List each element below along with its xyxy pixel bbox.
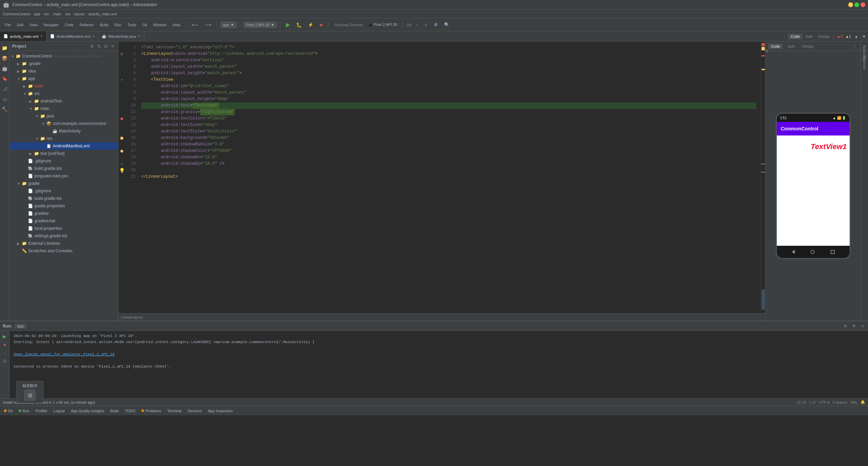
tree-item-res[interactable]: ▼ 📁 res	[10, 135, 118, 142]
tree-item-gradlew[interactable]: ▶ 📄 gradlew	[10, 210, 118, 217]
refactor-menu[interactable]: Refactor	[78, 22, 96, 28]
error-indicator-yellow[interactable]	[761, 47, 765, 50]
debug-btn[interactable]: 🐛	[294, 21, 304, 28]
tab-close-btn3[interactable]: ✕	[138, 34, 141, 38]
logcat-tool-btn[interactable]: Logcat	[51, 408, 67, 414]
profile-btn[interactable]: ⚡	[306, 21, 315, 28]
tree-item-settings[interactable]: ▶ 🐘 settings.gradle.kts	[10, 232, 118, 240]
todo-tool-btn[interactable]: TODO	[122, 408, 138, 414]
status-encoding[interactable]: UTF-8	[819, 400, 830, 404]
tree-item-idea[interactable]: ▶ 📁 idea	[10, 67, 118, 75]
back-nav-btn[interactable]: ⟵	[190, 21, 200, 28]
git-pull-btn[interactable]: ✓	[422, 22, 430, 28]
run-logcat-link[interactable]: Open_logcat_panel_for_emulator_Pixel_2_A…	[14, 351, 864, 357]
run-config-label[interactable]: app	[15, 324, 26, 328]
tree-item-androidmanifest[interactable]: ▶ 📋 AndroidManifest.xml	[10, 142, 118, 150]
add-device-btn[interactable]: +	[765, 48, 769, 55]
run-close-btn[interactable]: ✕	[860, 323, 865, 329]
sidebar-structure-icon[interactable]: 🗂	[1, 95, 9, 103]
bulb-icon-20[interactable]: 💡	[119, 168, 125, 173]
build-tool-btn[interactable]: Build	[108, 408, 121, 414]
run-btn[interactable]: ▶	[284, 21, 292, 29]
split-view-btn[interactable]: Split	[803, 34, 815, 39]
breadcrumb-item[interactable]: activity_main.xml	[88, 12, 117, 16]
git-menu[interactable]: Git	[140, 22, 149, 28]
tree-item-gradle-folder[interactable]: ▼ 📁 gradle	[10, 180, 118, 187]
sidebar-build-icon[interactable]: 🔨	[1, 106, 9, 113]
fold-arrow-19[interactable]: ▼	[120, 162, 124, 166]
view-menu[interactable]: View	[28, 22, 40, 28]
file-menu[interactable]: File	[3, 22, 13, 28]
breadcrumb-item[interactable]: layout	[75, 12, 84, 16]
maximize-button[interactable]	[854, 2, 859, 7]
tree-item-package[interactable]: ▼ 📦 com.example.commoncontrol	[10, 120, 118, 127]
problems-tool-btn[interactable]: Problems	[139, 408, 164, 414]
services-tool-btn[interactable]: Services	[185, 408, 204, 414]
tabs-more-btn[interactable]: ⋮	[780, 33, 788, 39]
status-lang[interactable]: XML	[850, 400, 858, 404]
fold-arrow-6[interactable]: ▼	[120, 78, 124, 82]
breadcrumb-item[interactable]: main	[53, 12, 61, 16]
tab-close-btn[interactable]: ✕	[40, 34, 43, 38]
appinspection-tool-btn[interactable]: App Inspection	[205, 408, 235, 414]
nav-recents-btn[interactable]	[831, 250, 835, 254]
sidebar-android-icon[interactable]: 🤖	[1, 65, 9, 72]
tree-item-localprops[interactable]: ▶ 📄 local.properties	[10, 225, 118, 232]
panel-settings-btn[interactable]: ⚙	[89, 44, 95, 49]
tab-mainactivity[interactable]: ☕ MainActivity.java ✕	[98, 31, 144, 42]
tree-item-java[interactable]: ▼ 📁 java	[10, 112, 118, 120]
tree-item-buildgradle-root[interactable]: ▶ 🐘 build.gradle.kts	[10, 195, 118, 202]
tab-activity-main[interactable]: 📄 activity_main.xml ✕	[0, 31, 47, 42]
run-scroll-end-btn[interactable]: ↓	[3, 350, 6, 356]
device-dropdown[interactable]: Pixel 2 API 28 ▼	[244, 22, 277, 28]
run-rerun-btn[interactable]: ▶	[2, 333, 7, 340]
run-filter-btn[interactable]: ⊟	[2, 358, 7, 364]
tree-item-proguard[interactable]: ▶ 📄 proguard-rules.pro	[10, 172, 118, 180]
run-tool-btn[interactable]: Run	[16, 408, 32, 414]
panel-collapse-btn[interactable]: ⊟	[103, 44, 109, 49]
tree-item-gitignore-root[interactable]: ▶ 📄 .gitignore	[10, 187, 118, 195]
translate-btn[interactable]: ⊞	[24, 390, 35, 401]
nav-home-btn[interactable]	[810, 250, 815, 254]
tree-item-build[interactable]: ▶ 📁 build	[10, 82, 118, 90]
stop-btn[interactable]: ■	[317, 21, 324, 28]
tree-item-root[interactable]: ▼ 📁 CommonControl D:\project\android-pro…	[10, 52, 118, 60]
settings-btn[interactable]: ⚙	[432, 21, 440, 28]
run-stop-btn[interactable]: ■	[3, 342, 6, 348]
run-settings-btn[interactable]: ⚙	[842, 323, 848, 329]
run-menu[interactable]: Run	[112, 22, 123, 28]
code-view-toggle[interactable]: Code	[768, 44, 783, 49]
tree-item-main[interactable]: ▼ 📁 main	[10, 105, 118, 112]
running-device-btn[interactable]: 📱 Pixel 2 API 28	[366, 22, 399, 28]
device-panel-more[interactable]: ⋮	[852, 44, 858, 49]
split-view-toggle[interactable]: Split	[785, 44, 797, 49]
code-menu[interactable]: Code	[63, 22, 76, 28]
minimize-button[interactable]	[848, 2, 853, 7]
git-tool-btn[interactable]: Git	[1, 408, 15, 414]
tab-close-btn2[interactable]: ✕	[92, 34, 95, 38]
sidebar-resource-icon[interactable]: 📦	[1, 54, 9, 62]
appquality-tool-btn[interactable]: App Quality Insights	[68, 408, 107, 414]
terminal-tool-btn[interactable]: Terminal	[164, 408, 184, 414]
scroll-thumb[interactable]	[761, 289, 765, 310]
tree-item-androidtest[interactable]: ▶ 📁 androidTest	[10, 97, 118, 105]
sidebar-git-icon[interactable]: ⎇	[1, 85, 9, 93]
tree-item-extlibs[interactable]: ▶ 📁 External Libraries	[10, 240, 118, 247]
breadcrumb-item[interactable]: src	[44, 12, 49, 16]
error-indicator-red[interactable]	[761, 43, 765, 46]
app-dropdown[interactable]: app ▼	[220, 22, 236, 28]
tree-item-scratches[interactable]: ▶ ✏️ Scratches and Consoles	[10, 247, 118, 255]
code-area[interactable]: <?xml version="1.0" encoding="utf-8"?> <…	[137, 42, 760, 313]
status-indent[interactable]: 4 spaces	[832, 400, 847, 404]
tree-item-mainactivity[interactable]: ▶ ☕ MainActivity	[10, 127, 118, 135]
tree-item-src[interactable]: ▼ 📁 src	[10, 90, 118, 97]
panel-close-btn[interactable]: ✕	[110, 44, 115, 49]
git-push-btn[interactable]: ↑	[414, 22, 420, 28]
tree-item-test[interactable]: ▶ 📁 test [unitTest]	[10, 150, 118, 157]
close-button[interactable]	[861, 2, 865, 7]
tree-item-gradle[interactable]: ▶ 📁 .gradle	[10, 60, 118, 67]
edit-menu[interactable]: Edit	[15, 22, 26, 28]
breadcrumb-item[interactable]: CommonControl	[3, 12, 30, 16]
run-collapse-btn[interactable]: ▼	[851, 323, 857, 329]
sidebar-bookmark-icon[interactable]: 🔖	[1, 75, 9, 82]
